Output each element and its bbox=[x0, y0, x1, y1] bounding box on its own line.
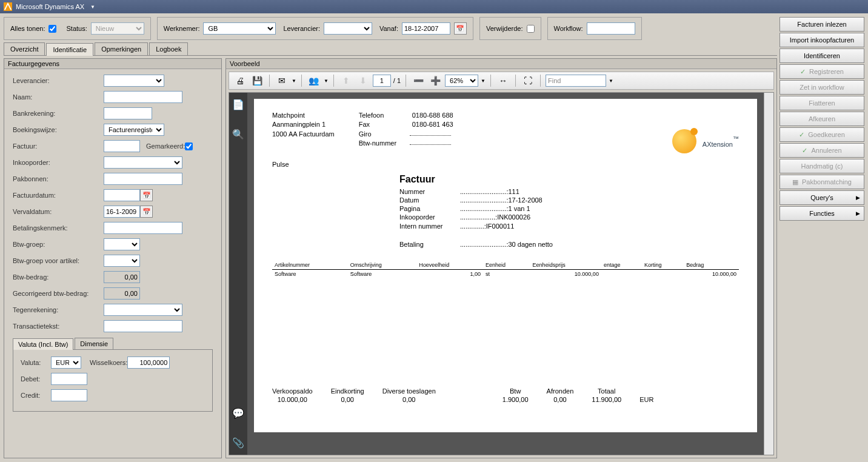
btwgroep-label: Btw-groep: bbox=[13, 241, 104, 248]
app-dropdown-icon[interactable]: ▼ bbox=[90, 4, 95, 10]
tab-identificatie[interactable]: Identificatie bbox=[46, 43, 93, 56]
factuurdatum-input[interactable] bbox=[104, 189, 140, 201]
page-current-input[interactable] bbox=[373, 75, 391, 87]
main-tabs: Overzicht Identificatie Opmerkingen Logb… bbox=[4, 42, 777, 56]
pdf-sidebar: 📄 🔍 💬 📎 bbox=[229, 93, 247, 455]
col-hoev: Hoeveelheid bbox=[416, 261, 483, 270]
zoom-in-icon[interactable]: ➕ bbox=[428, 73, 442, 88]
leverancier-select[interactable] bbox=[324, 22, 372, 35]
doc-pagina: 1 van 1 bbox=[508, 204, 530, 213]
comments-icon[interactable]: 💬 bbox=[232, 407, 244, 419]
annuleren-button[interactable]: ✓Annuleren bbox=[780, 143, 864, 158]
doc-datum-label: Datum bbox=[399, 196, 460, 204]
handmatig-button[interactable]: Handmatig (c) bbox=[780, 159, 864, 173]
doc-company-city: 1000 AA Factuurdam bbox=[272, 130, 335, 139]
fit-width-icon[interactable]: ↔ bbox=[496, 73, 510, 88]
status-select[interactable]: Nieuw bbox=[91, 22, 144, 35]
tab-logboek[interactable]: Logboek bbox=[149, 42, 188, 55]
vervaldatum-input[interactable] bbox=[104, 206, 140, 218]
betalingskenmerk-label: Betalingskenmerk: bbox=[13, 224, 104, 232]
prev-page-icon[interactable]: ⬆ bbox=[339, 73, 353, 88]
gemarkeerd-checkbox[interactable] bbox=[185, 142, 193, 150]
credit-input[interactable] bbox=[51, 389, 87, 401]
factuurdatum-calendar-icon[interactable]: 📅 bbox=[140, 189, 153, 201]
col-bedrag: Bedrag bbox=[684, 261, 739, 270]
doc-telefoon-label: Telefoon bbox=[359, 111, 407, 120]
tab-overzicht[interactable]: Overzicht bbox=[4, 42, 45, 55]
save-icon[interactable]: 💾 bbox=[250, 73, 264, 88]
inkooporder-label: Inkooporder: bbox=[13, 159, 104, 166]
doc-inkooporder-label: Inkooporder bbox=[399, 213, 460, 221]
doc-pagina-label: Pagina bbox=[399, 204, 460, 213]
factuur-input[interactable] bbox=[104, 140, 140, 152]
alles-tonen-checkbox[interactable] bbox=[48, 25, 56, 33]
vervaldatum-calendar-icon[interactable]: 📅 bbox=[140, 206, 153, 218]
transactietekst-label: Transactietekst: bbox=[13, 323, 104, 330]
btwgroep-select[interactable] bbox=[104, 238, 140, 250]
next-page-icon[interactable]: ⬇ bbox=[356, 73, 370, 88]
workflow-input[interactable] bbox=[587, 22, 635, 35]
btwgroep-artikel-select[interactable] bbox=[104, 255, 140, 267]
boekingswijze-select[interactable]: Facturenregister bbox=[104, 124, 164, 136]
facturen-inlezen-button[interactable]: Facturen inlezen bbox=[780, 17, 864, 32]
naam-label: Naam: bbox=[13, 93, 104, 101]
doc-intern-label: Intern nummer bbox=[399, 222, 460, 230]
print-icon[interactable]: 🖨 bbox=[233, 73, 247, 88]
tab-opmerkingen[interactable]: Opmerkingen bbox=[95, 42, 148, 55]
attachment-icon[interactable]: 📎 bbox=[232, 437, 244, 449]
subtab-valuta[interactable]: Valuta (Incl. Btw) bbox=[13, 338, 73, 350]
valuta-select[interactable]: EUR bbox=[51, 357, 81, 369]
verwijderde-checkbox[interactable] bbox=[527, 25, 535, 33]
pakbonmatching-button[interactable]: ▦Pakbonmatching bbox=[780, 175, 864, 189]
tegenrekening-select[interactable] bbox=[104, 304, 182, 316]
fiatteren-button[interactable]: Fiatteren bbox=[780, 96, 864, 110]
factuurdatum-label: Factuurdatum: bbox=[13, 192, 104, 199]
zoom-select[interactable]: 62% bbox=[445, 75, 478, 87]
fit-page-icon[interactable]: ⛶ bbox=[521, 73, 535, 88]
doc-nummer: 111 bbox=[508, 187, 519, 196]
col-omsch: Omschrijving bbox=[348, 261, 416, 270]
leverancier-field[interactable] bbox=[104, 75, 164, 87]
naam-input[interactable] bbox=[104, 91, 182, 103]
find-input[interactable] bbox=[546, 75, 606, 87]
doc-betaling: 30 dagen netto bbox=[508, 240, 552, 249]
table-row: Software Software 1,00 st 10.000,00 10.0… bbox=[272, 270, 739, 279]
pages-icon[interactable]: 📄 bbox=[232, 99, 244, 110]
import-inkoop-button[interactable]: Import inkoopfacturen bbox=[780, 33, 864, 47]
search-icon[interactable]: 🔍 bbox=[232, 129, 244, 140]
querys-button[interactable]: Query's▶ bbox=[780, 190, 864, 205]
subtab-dimensie[interactable]: Dimensie bbox=[75, 338, 113, 349]
gecorr-btw-label: Gecorrigeerd btw-bedrag: bbox=[13, 290, 104, 297]
check-icon: ✓ bbox=[799, 131, 804, 139]
collaborate-icon[interactable]: 👥 bbox=[307, 73, 321, 88]
betalingskenmerk-input[interactable] bbox=[104, 222, 182, 234]
vanaf-input[interactable] bbox=[402, 22, 450, 35]
registreren-button[interactable]: ✓Registreren bbox=[780, 64, 864, 79]
functies-button[interactable]: Functies▶ bbox=[780, 206, 864, 221]
debet-input[interactable] bbox=[51, 373, 87, 385]
pakbonnen-label: Pakbonnen: bbox=[13, 175, 104, 182]
zet-workflow-button[interactable]: Zet in workflow bbox=[780, 80, 864, 95]
wisselkoers-input[interactable] bbox=[127, 357, 170, 369]
bankrekening-input[interactable] bbox=[104, 107, 152, 119]
goedkeuren-button[interactable]: ✓Goedkeuren bbox=[780, 127, 864, 142]
werknemer-select[interactable]: GB bbox=[203, 22, 276, 35]
doc-nummer-label: Nummer bbox=[399, 187, 460, 196]
grid-icon: ▦ bbox=[792, 178, 798, 186]
btwbedrag-value bbox=[104, 271, 140, 283]
inkooporder-select[interactable] bbox=[104, 156, 182, 169]
zoom-out-icon[interactable]: ➖ bbox=[411, 73, 426, 88]
afkeuren-button[interactable]: Afkeuren bbox=[780, 112, 864, 126]
identificeren-button[interactable]: Identificeren bbox=[780, 49, 864, 63]
transactietekst-input[interactable] bbox=[104, 320, 182, 332]
workflow-label: Workflow: bbox=[554, 25, 583, 32]
vertical-scrollbar[interactable] bbox=[764, 93, 773, 455]
email-icon[interactable]: ✉ bbox=[275, 73, 289, 88]
vanaf-calendar-icon[interactable]: 📅 bbox=[454, 22, 467, 35]
doc-company-name: Matchpoint bbox=[272, 111, 335, 120]
vanaf-label: Vanaf: bbox=[379, 25, 398, 32]
pakbonnen-input[interactable] bbox=[104, 173, 182, 185]
doc-giro-label: Giro bbox=[359, 130, 407, 139]
invoice-totals: Verkoopsaldo10.000,00 Eindkorting0,00 Di… bbox=[272, 387, 739, 403]
col-eenheidsprijs: Eenheidsprijs bbox=[530, 261, 601, 270]
